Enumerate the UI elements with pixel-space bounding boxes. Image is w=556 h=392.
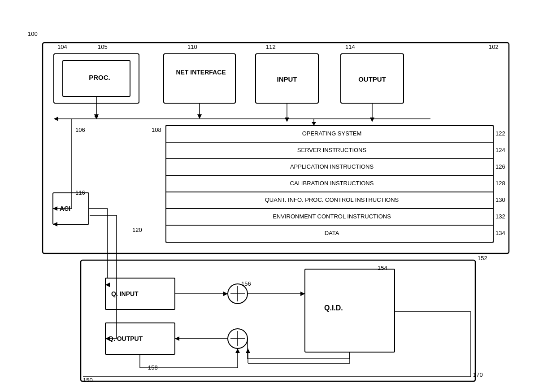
ref-126: 126 xyxy=(495,163,505,170)
calib-label: CALIBRATION INSTRUCTIONS xyxy=(175,180,489,187)
ref-156: 156 xyxy=(241,280,251,287)
ref-104: 104 xyxy=(57,44,67,50)
ref-112: 112 xyxy=(266,44,276,50)
diagram-svg xyxy=(0,0,556,392)
ref-124: 124 xyxy=(495,147,505,153)
output-label: OUTPUT xyxy=(348,75,397,83)
svg-marker-30 xyxy=(285,118,289,122)
qid-label: Q.I.D. xyxy=(324,304,343,312)
env-label: ENVIRONMENT CONTROL INSTRUCTIONS xyxy=(175,213,489,220)
svg-rect-3 xyxy=(164,54,235,103)
svg-marker-58 xyxy=(246,348,250,353)
ref-120: 120 xyxy=(132,226,142,233)
aci-label: ACI xyxy=(60,205,70,212)
svg-marker-49 xyxy=(223,292,228,296)
ref-130: 130 xyxy=(495,196,505,203)
net-interface-label: NET INTERFACE xyxy=(169,68,232,76)
svg-marker-28 xyxy=(197,114,202,119)
svg-marker-35 xyxy=(312,122,316,126)
svg-marker-43 xyxy=(105,283,110,287)
ref-152: 152 xyxy=(478,255,487,261)
ref-106: 106 xyxy=(75,126,85,133)
ref-100: 100 xyxy=(28,30,38,37)
ref-132: 132 xyxy=(495,213,505,220)
q-input-label: Q. INPUT xyxy=(111,290,139,297)
ref-150: 150 xyxy=(83,377,93,383)
diagram-container: 100 104 105 110 112 114 102 PROC. NET IN… xyxy=(0,0,556,392)
ref-108: 108 xyxy=(152,126,161,133)
q-output-label: Q. OUTPUT xyxy=(109,335,143,342)
ref-122: 122 xyxy=(495,130,505,137)
app-label: APPLICATION INSTRUCTIONS xyxy=(175,163,489,170)
ref-128: 128 xyxy=(495,180,505,187)
ref-154: 154 xyxy=(378,265,387,271)
ref-158: 158 xyxy=(148,364,158,371)
ref-114: 114 xyxy=(345,44,355,50)
input-label: INPUT xyxy=(265,75,309,83)
ref-110: 110 xyxy=(187,44,197,50)
quant-label: QUANT. INFO. PROC. CONTROL INSTRUCTIONS xyxy=(175,196,489,203)
svg-marker-39 xyxy=(53,206,57,211)
ref-116: 116 xyxy=(75,189,85,196)
ref-134: 134 xyxy=(495,230,505,236)
os-label: OPERATING SYSTEM xyxy=(175,130,489,137)
svg-marker-60 xyxy=(175,336,179,341)
ref-170: 170 xyxy=(473,371,483,378)
server-label: SERVER INSTRUCTIONS xyxy=(175,147,489,153)
svg-rect-18 xyxy=(305,269,395,352)
svg-marker-64 xyxy=(235,348,240,353)
data-label: DATA xyxy=(175,230,489,236)
svg-marker-70 xyxy=(94,116,99,119)
proc-label: PROC. xyxy=(73,74,126,81)
svg-marker-36 xyxy=(54,117,58,121)
svg-marker-32 xyxy=(370,118,374,122)
svg-marker-69 xyxy=(53,222,57,226)
ref-105: 105 xyxy=(98,44,108,50)
ref-102: 102 xyxy=(489,44,499,50)
svg-marker-51 xyxy=(300,292,305,296)
